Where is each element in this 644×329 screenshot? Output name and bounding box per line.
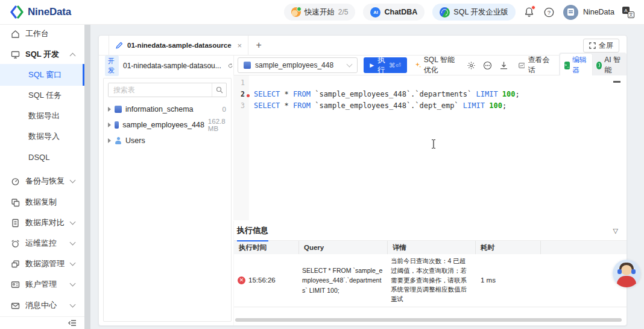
- chatdba-icon: AI: [370, 7, 380, 18]
- ninedata-logo-icon: [10, 5, 24, 19]
- sidebar-item-account-mgmt[interactable]: 账户管理: [0, 275, 84, 293]
- download-button[interactable]: [499, 61, 508, 70]
- play-icon: ▶: [370, 62, 374, 68]
- col-detail: 详情: [387, 241, 475, 254]
- sidebar-item-dsql[interactable]: DSQL: [0, 148, 84, 166]
- datasource-header: 开发 01-ninedata-sample-datasou...: [99, 56, 233, 75]
- chatdba-button[interactable]: AI ChatDBA: [363, 4, 425, 21]
- sql-editor[interactable]: 123 SELECT * FROM `sample_employees_448`…: [233, 75, 627, 220]
- fullscreen-button[interactable]: 全屏: [583, 39, 619, 53]
- chevron-down-icon: [70, 240, 76, 246]
- terminal-icon: >_: [564, 62, 570, 69]
- chevron-up-icon: [70, 53, 76, 59]
- col-query: Query: [298, 241, 387, 254]
- sidebar-item-backup-restore[interactable]: 备份与恢复: [0, 172, 84, 190]
- sidebar-item-datasource-mgmt[interactable]: 数据源管理: [0, 255, 84, 273]
- collapse-panel-icon[interactable]: ▽: [613, 227, 618, 235]
- database-selector[interactable]: sample_employees_448: [238, 57, 358, 73]
- view-sessions-button[interactable]: 查看会话: [519, 55, 551, 75]
- sidebar-item-data-export[interactable]: 数据导出: [0, 107, 84, 125]
- ai-mode-tab[interactable]: AI 智能: [592, 54, 625, 77]
- database-icon: [115, 106, 122, 113]
- caret-right-icon[interactable]: [108, 107, 111, 112]
- table-row[interactable]: ✕ 15:56:26 SELECT * FROM `sample_employe…: [234, 254, 627, 307]
- sql-optimize-label: SQL 智能优化: [424, 55, 459, 75]
- account-name: NineData: [583, 8, 614, 16]
- search-icon[interactable]: [212, 83, 226, 97]
- env-badge: 开发: [105, 56, 119, 76]
- replication-icon: [11, 198, 20, 207]
- refresh-icon[interactable]: [228, 62, 233, 70]
- notification-badge: [531, 5, 535, 10]
- caret-right-icon[interactable]: [108, 138, 111, 143]
- chevron-down-icon: [347, 62, 353, 68]
- col-exec-time: 执行时间: [234, 241, 298, 254]
- database-icon: [115, 121, 119, 129]
- view-sessions-label: 查看会话: [528, 55, 550, 75]
- editor-mode-tab[interactable]: >_ 编辑器: [560, 54, 592, 77]
- tree-item-users[interactable]: Users: [104, 133, 231, 149]
- run-button[interactable]: ▶ 执行 ⌘⏎: [364, 57, 407, 73]
- more-options-button[interactable]: [483, 61, 492, 70]
- ai-icon: [596, 62, 602, 69]
- editor-toolbar: sample_employees_448 ▶ 执行 ⌘⏎ SQL 智能优化: [233, 56, 627, 75]
- db-size: 0: [223, 106, 226, 113]
- tab-datasource[interactable]: 01-ninedata-sample-datasource ×: [109, 36, 248, 55]
- chevron-down-icon: [70, 177, 76, 184]
- sidebar-nav: 工作台 SQL 开发 SQL 窗口 SQL 任务 数据导出 数据导入 DSQL …: [0, 25, 84, 329]
- sidebar-item-workbench[interactable]: 工作台: [0, 25, 84, 43]
- run-shortcut: ⌘⏎: [389, 62, 401, 69]
- ninedata-logo[interactable]: NineData: [10, 5, 71, 19]
- home-icon: [11, 30, 20, 39]
- editor-gutter: 123: [233, 75, 249, 220]
- sidebar-item-message-center[interactable]: 消息中心: [0, 296, 84, 315]
- users-icon: [115, 137, 122, 144]
- sql-optimize-button[interactable]: SQL 智能优化: [415, 55, 459, 75]
- chevron-down-icon: [70, 302, 76, 308]
- circle-ellipsis-icon: [483, 61, 492, 70]
- sidebar-item-sql-dev[interactable]: SQL 开发: [0, 45, 84, 63]
- notifications-button[interactable]: [523, 6, 535, 18]
- sidebar-item-db-compare[interactable]: 数据库对比: [0, 214, 84, 232]
- results-table-header: 执行时间 Query 详情 耗时: [234, 241, 627, 254]
- caret-right-icon[interactable]: [108, 123, 111, 127]
- tree-item-sample-employees[interactable]: sample_employees_448 162.8 MB: [104, 117, 231, 133]
- pencil-icon: [115, 42, 123, 50]
- sparkle-icon: [415, 61, 421, 69]
- db-size: 162.8 MB: [208, 118, 226, 132]
- account-card-icon: [11, 280, 20, 289]
- sidebar-footer: [0, 316, 84, 329]
- tree-item-information-schema[interactable]: information_schema 0: [104, 101, 231, 117]
- monitor-alarm-icon: [11, 239, 20, 248]
- new-tab-button[interactable]: +: [248, 36, 269, 55]
- table-search-input[interactable]: [109, 83, 212, 97]
- exec-time: 15:56:26: [248, 276, 276, 284]
- database-selector-value: sample_employees_448: [255, 61, 343, 69]
- sidebar-item-data-import[interactable]: 数据导入: [0, 127, 84, 145]
- compare-icon: [11, 219, 20, 228]
- collapse-sidebar-icon[interactable]: [68, 318, 77, 328]
- close-tab-icon[interactable]: ×: [238, 41, 242, 50]
- sidebar-scrollbar[interactable]: [84, 25, 90, 329]
- quick-start-button[interactable]: 快速开始 2/5: [284, 4, 356, 21]
- account-menu[interactable]: NineData: [563, 5, 614, 20]
- quick-start-label: 快速开始: [305, 7, 335, 18]
- sidebar-item-sql-task[interactable]: SQL 任务: [0, 86, 84, 104]
- sessions-icon: [519, 62, 525, 69]
- sidebar-item-data-replication[interactable]: 数据复制: [0, 193, 84, 211]
- edition-button[interactable]: SQL 开发企业版: [432, 4, 516, 21]
- horizontal-scrollbar[interactable]: [235, 318, 622, 322]
- exec-detail: 当前今日查询次数：4 已超过阈值，本次查询取消；若需要更多查询操作，请联系系统管…: [391, 257, 472, 304]
- settings-button[interactable]: [467, 61, 476, 70]
- tab-label: 01-ninedata-sample-datasource: [127, 42, 232, 49]
- sidebar-item-sql-window[interactable]: SQL 窗口: [0, 64, 84, 86]
- help-button[interactable]: ?: [543, 6, 555, 18]
- sql-editor-lines[interactable]: SELECT * FROM `sample_employees_448`.`de…: [254, 78, 614, 113]
- language-switch-button[interactable]: A 文: [622, 6, 634, 18]
- quick-start-icon: [291, 7, 301, 17]
- edition-label: SQL 开发企业版: [453, 7, 508, 18]
- support-avatar[interactable]: [613, 260, 640, 287]
- execution-info-tab[interactable]: 执行信息: [237, 225, 268, 236]
- account-avatar: [563, 5, 578, 20]
- sidebar-item-ops-monitor[interactable]: 运维监控: [0, 234, 84, 252]
